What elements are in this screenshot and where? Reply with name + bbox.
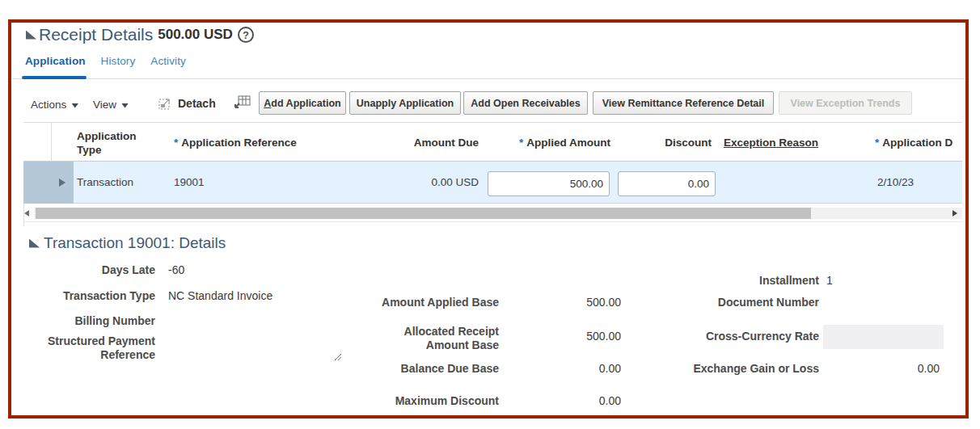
horizontal-scrollbar[interactable] — [34, 208, 962, 219]
table-header: Application Type *Application Reference … — [23, 123, 962, 162]
help-icon[interactable]: ? — [238, 27, 254, 43]
cell-amount-due: 0.00 USD — [398, 176, 479, 188]
col-application-type[interactable]: Application Type — [77, 129, 151, 157]
details-section-header: Transaction 19001: Details — [29, 234, 226, 252]
applied-amount-input[interactable] — [488, 171, 610, 196]
active-tab-underline — [22, 76, 87, 79]
allocated-receipt-amount-base-value: 500.00 — [540, 330, 621, 343]
tab-application[interactable]: Application — [24, 55, 87, 74]
details-section-title: Transaction 19001: Details — [44, 234, 226, 252]
cell-application-reference: 19001 — [174, 176, 205, 188]
actions-menu[interactable]: Actions — [31, 99, 78, 111]
row-gutter — [23, 162, 51, 204]
collapse-triangle-icon[interactable] — [26, 31, 36, 40]
cross-currency-rate-label: Cross-Currency Rate — [682, 330, 819, 343]
days-late-label: Days Late — [11, 263, 155, 277]
tab-activity[interactable]: Activity — [150, 55, 187, 74]
amount-applied-base-label: Amount Applied Base — [378, 296, 499, 309]
cell-application-date: 2/10/23 — [877, 176, 914, 188]
textarea-resize-grip-icon[interactable] — [333, 352, 342, 361]
tabbar-divider — [11, 78, 965, 79]
balance-due-base-label: Balance Due Base — [378, 362, 499, 376]
scrollbar-thumb[interactable] — [36, 208, 811, 219]
days-late-value: -60 — [168, 263, 184, 277]
receipt-amount: 500.00 USD — [158, 27, 233, 43]
view-label: View — [93, 99, 116, 111]
view-remittance-reference-detail-button[interactable]: View Remittance Reference Detail — [593, 91, 774, 115]
scrollbar-right-arrow-icon[interactable] — [953, 210, 957, 217]
scrollbar-left-arrow-icon[interactable] — [24, 210, 29, 217]
unapply-application-button[interactable]: Unapply Application — [349, 91, 461, 115]
cell-application-type: Transaction — [77, 176, 133, 188]
header-gutter-divider — [51, 123, 52, 162]
table-bottom-border — [23, 221, 962, 222]
col-applied-amount[interactable]: *Applied Amount — [489, 136, 610, 149]
detach-button[interactable]: Detach — [158, 97, 216, 110]
col-amount-due[interactable]: Amount Due — [398, 136, 479, 149]
balance-due-base-value: 0.00 — [540, 362, 621, 376]
freeze-columns-icon[interactable] — [233, 95, 251, 110]
detach-icon — [158, 97, 172, 110]
allocated-receipt-amount-base-label: Allocated Receipt Amount Base — [378, 325, 499, 352]
maximum-discount-value: 0.00 — [540, 394, 621, 408]
tab-history[interactable]: History — [100, 55, 137, 74]
table-row[interactable]: Transaction 19001 0.00 USD 2/10/23 — [23, 162, 962, 204]
col-application-date[interactable]: *Application D — [875, 136, 962, 149]
discount-input[interactable] — [618, 171, 716, 196]
installment-label: Installment — [682, 274, 819, 288]
amount-applied-base-value: 500.00 — [540, 296, 621, 309]
detach-label: Detach — [178, 97, 216, 110]
actions-label: Actions — [31, 99, 66, 111]
installment-value: 1 — [826, 274, 833, 288]
exchange-gain-or-loss-label: Exchange Gain or Loss — [682, 362, 819, 376]
col-discount[interactable]: Discount — [631, 136, 712, 149]
billing-number-label: Billing Number — [11, 314, 155, 328]
add-application-accesskey: A — [264, 98, 271, 109]
col-exception-reason[interactable]: Exception Reason — [724, 136, 818, 149]
exchange-gain-or-loss-value: 0.00 — [823, 362, 944, 376]
required-asterisk: * — [174, 137, 178, 149]
view-caret-icon — [121, 103, 129, 108]
cross-currency-rate-field[interactable] — [823, 325, 944, 349]
page-title: Receipt Details — [39, 25, 153, 44]
receipt-details-panel: Receipt Details 500.00 USD ? Application… — [8, 19, 969, 418]
tab-bar: Application History Activity — [24, 55, 187, 74]
transaction-type-label: Transaction Type — [11, 289, 155, 303]
maximum-discount-label: Maximum Discount — [378, 394, 499, 408]
add-application-button[interactable]: Add Application — [259, 91, 346, 115]
transaction-type-value: NC Standard Invoice — [168, 289, 272, 303]
structured-payment-reference-label: Structured Payment Reference — [11, 334, 155, 362]
panel-header: Receipt Details 500.00 USD ? — [26, 24, 254, 45]
view-menu[interactable]: View — [93, 99, 129, 111]
add-open-receivables-button[interactable]: Add Open Receivables — [463, 91, 588, 115]
actions-caret-icon — [71, 103, 78, 108]
document-number-label: Document Number — [682, 296, 819, 309]
view-exception-trends-button: View Exception Trends — [779, 91, 912, 115]
details-collapse-triangle-icon[interactable] — [29, 239, 40, 248]
col-application-reference[interactable]: *Application Reference — [174, 136, 297, 149]
add-application-label: dd Application — [271, 98, 340, 109]
